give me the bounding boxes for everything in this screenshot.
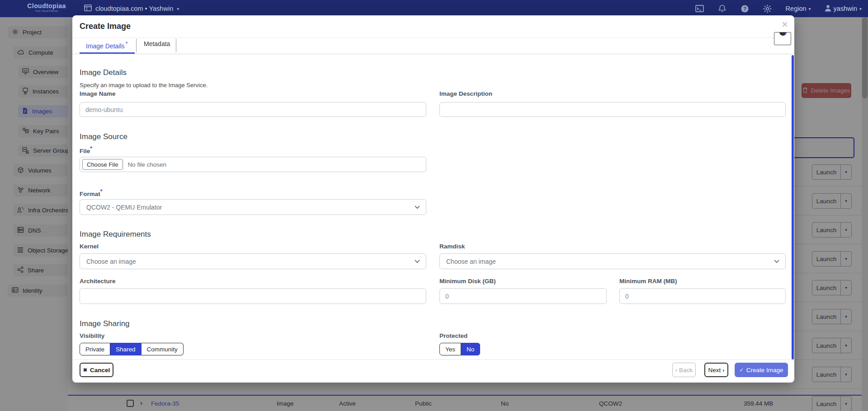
console-icon[interactable]	[695, 4, 704, 13]
section-heading-image-details: Image Details	[80, 68, 127, 77]
cancel-x-icon: ✖	[83, 367, 87, 373]
file-input[interactable]: Choose File No file chosen	[80, 157, 426, 172]
user-menu[interactable]: yashwin ▾	[825, 5, 862, 13]
tab-separator	[176, 39, 176, 52]
min-disk-input[interactable]	[439, 288, 607, 304]
footer-divider	[72, 360, 794, 360]
visibility-option-private[interactable]: Private	[80, 343, 110, 355]
modal-title: Create Image	[80, 22, 131, 31]
chevron-down-icon: ▾	[177, 6, 179, 11]
visibility-label: Visibility	[80, 332, 104, 339]
cancel-button[interactable]: ✖ Cancel	[80, 363, 113, 377]
chevron-down-icon	[415, 260, 420, 263]
protected-option-yes[interactable]: Yes	[439, 343, 461, 355]
user-label: yashwin	[834, 5, 857, 12]
modal-scrollbar-thumb[interactable]	[792, 55, 794, 360]
region-label: Region	[786, 5, 807, 12]
help-circle-icon	[779, 32, 787, 36]
visibility-toggle-group: Private Shared Community	[80, 343, 184, 355]
chevron-down-icon	[774, 260, 779, 263]
app-window: Cloudtopiaa Your Cloud Partner cloudtopi…	[0, 0, 868, 411]
visibility-option-shared[interactable]: Shared	[110, 343, 142, 355]
region-dropdown[interactable]: Region ▾	[786, 5, 811, 12]
chevron-down-icon: ▾	[809, 6, 811, 11]
file-input-divider	[123, 159, 124, 170]
min-ram-input[interactable]	[619, 288, 786, 304]
image-description-label: Image Description	[439, 90, 492, 97]
brand-tagline: Your Cloud Partner	[13, 9, 80, 12]
min-ram-label: Minimum RAM (MB)	[619, 278, 677, 285]
visibility-option-community[interactable]: Community	[142, 343, 184, 355]
brand-logo[interactable]: Cloudtopiaa Your Cloud Partner	[13, 2, 80, 12]
file-label: File*	[80, 145, 92, 154]
ramdisk-label: Ramdisk	[439, 243, 465, 250]
project-icon	[84, 5, 92, 13]
settings-gear-icon[interactable]	[763, 4, 772, 13]
user-icon	[825, 5, 831, 13]
tabbar-divider	[72, 54, 794, 54]
top-navbar: Cloudtopiaa Your Cloud Partner cloudtopi…	[0, 0, 868, 17]
format-label: Format*	[80, 188, 102, 197]
architecture-label: Architecture	[80, 278, 116, 285]
section-heading-image-sharing: Image Sharing	[80, 319, 130, 328]
scrolled-help-button[interactable]	[774, 32, 791, 45]
chevron-down-icon	[415, 206, 420, 209]
image-name-label: Image Name	[80, 90, 116, 97]
project-switcher-label: cloudtopiaa.com • Yashwin	[95, 5, 173, 12]
close-icon[interactable]: ×	[782, 19, 788, 30]
chevron-down-icon: ▾	[859, 6, 862, 11]
architecture-input[interactable]	[80, 288, 426, 304]
svg-text:?: ?	[743, 6, 746, 11]
check-icon: ✓	[739, 367, 743, 373]
back-button[interactable]: ‹ Back	[672, 363, 696, 377]
no-file-chosen-text: No file chosen	[127, 161, 166, 168]
tab-image-details[interactable]: Image Details*	[86, 40, 128, 50]
create-image-modal: Create Image × Image Details* Metadata I…	[72, 15, 794, 383]
protected-toggle-group: Yes No	[439, 343, 480, 355]
image-details-help-text: Specify an image to upload to the Image …	[80, 82, 208, 89]
help-icon[interactable]: ?	[741, 4, 750, 13]
kernel-select[interactable]: Choose an image	[80, 253, 426, 269]
tab-separator	[136, 39, 137, 52]
image-description-input[interactable]	[439, 102, 786, 117]
ramdisk-select[interactable]: Choose an image	[439, 253, 786, 269]
project-switcher[interactable]: cloudtopiaa.com • Yashwin ▾	[84, 0, 179, 17]
protected-label: Protected	[439, 332, 467, 339]
kernel-label: Kernel	[80, 243, 99, 250]
create-image-button[interactable]: ✓ Create Image	[735, 363, 788, 377]
image-name-input[interactable]	[80, 102, 426, 117]
protected-option-no[interactable]: No	[461, 343, 480, 355]
notifications-bell-icon[interactable]	[718, 4, 727, 13]
section-heading-image-requirements: Image Requirements	[80, 230, 151, 239]
tab-metadata[interactable]: Metadata	[144, 40, 170, 47]
next-button[interactable]: Next ›	[704, 363, 728, 377]
navbar-actions: ? Region ▾ yashwin ▾	[695, 0, 862, 17]
brand-name: Cloudtopiaa	[13, 2, 80, 9]
min-disk-label: Minimum Disk (GB)	[439, 278, 496, 285]
header-divider	[72, 37, 794, 38]
format-select[interactable]: QCOW2 - QEMU Emulator	[80, 199, 426, 215]
section-heading-image-source: Image Source	[80, 132, 127, 141]
choose-file-button[interactable]: Choose File	[82, 159, 123, 170]
